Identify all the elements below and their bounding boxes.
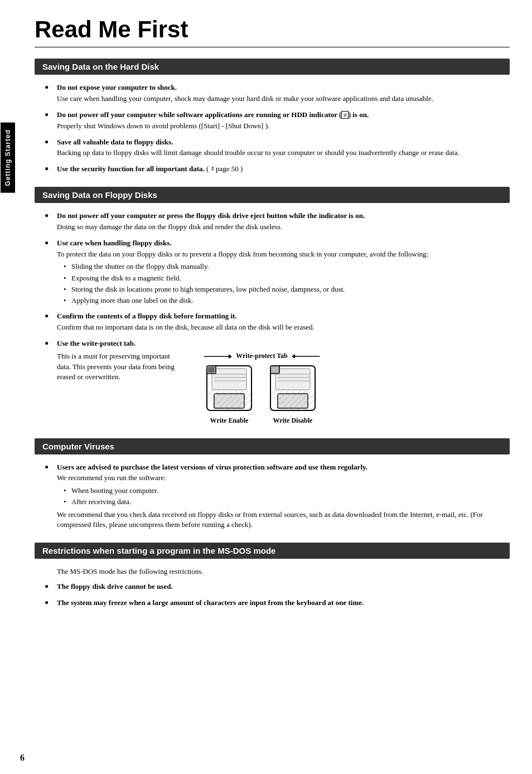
item-bold: The floppy disk drive cannot be used. <box>57 582 173 591</box>
item-bold: Do not power off your computer or press … <box>57 211 365 220</box>
item-detail: Confirm that no important data is on the… <box>57 322 510 333</box>
item-detail: Backing up data to floppy disks will lim… <box>57 148 510 158</box>
sub-list-item: After receiving data. <box>64 497 510 507</box>
floppy-list: Do not power off your computer or press … <box>35 211 510 425</box>
side-tab-label: Getting Started <box>1 123 15 193</box>
section-hard-disk-header: Saving Data on the Hard Disk <box>35 59 510 75</box>
list-item: Do not power off your computer or press … <box>57 211 510 233</box>
ms-dos-intro: The MS-DOS mode has the following restri… <box>35 567 510 577</box>
sub-list-item: Exposing the disk to a magnetic field. <box>64 273 510 283</box>
svg-rect-24 <box>275 369 310 390</box>
write-disable-disk: Write Disable <box>268 363 318 425</box>
list-item: The system may freeze when a large amoun… <box>57 598 510 608</box>
side-tab: Getting Started <box>0 123 16 193</box>
section-floppy-header: Saving Data on Floppy Disks <box>35 187 510 203</box>
svg-rect-26 <box>272 367 278 373</box>
sub-bullet-list: When booting your computer. After receiv… <box>57 486 510 507</box>
section-ms-dos: Restrictions when starting a program in … <box>35 543 510 608</box>
list-item: Users are advised to purchase the latest… <box>57 462 510 531</box>
item-bold: Save all valuable data to floppy disks. <box>57 138 173 146</box>
title-divider <box>35 47 510 47</box>
item-bold: The system may freeze when a large amoun… <box>57 598 364 607</box>
page-container: Getting Started Read Me First Saving Dat… <box>0 0 532 774</box>
section-ms-dos-header: Restrictions when starting a program in … <box>35 543 510 559</box>
page-title: Read Me First <box>35 17 510 42</box>
svg-rect-5 <box>214 394 244 408</box>
write-protect-text: This is a must for preserving important … <box>57 351 185 383</box>
list-item: Save all valuable data to floppy disks. … <box>57 137 510 159</box>
ms-dos-list: The floppy disk drive cannot be used. Th… <box>35 582 510 608</box>
page-number: 6 <box>20 753 25 763</box>
write-protect-tab-label: Write-protect Tab <box>194 351 328 361</box>
section-floppy-disks: Saving Data on Floppy Disks Do not power… <box>35 187 510 425</box>
main-content: Read Me First Saving Data on the Hard Di… <box>18 0 532 774</box>
list-item: Confirm the contents of a floppy disk be… <box>57 311 510 333</box>
item-bold: Use care when handling floppy disks. <box>57 239 172 247</box>
item-detail: ( ♯ page 50 ) <box>206 165 243 173</box>
svg-marker-3 <box>292 354 295 359</box>
write-protect-tab-text: Write-protect Tab <box>236 352 288 360</box>
viruses-list: Users are advised to purchase the latest… <box>35 462 510 531</box>
item-bold: Do not expose your computer to shock. <box>57 83 177 91</box>
list-item: Do not expose your computer to shock. Us… <box>57 83 510 104</box>
floppy-disk-svg-disable <box>268 363 318 413</box>
svg-rect-8 <box>208 367 215 373</box>
item-bold: Confirm the contents of a floppy disk be… <box>57 312 237 320</box>
item-bold: Use the write-protect tab. <box>57 339 136 347</box>
item-extra-detail: We recommend that you check data receive… <box>57 510 510 531</box>
sub-list-item: Sliding the shutter on the floppy disk m… <box>64 262 510 272</box>
item-bold: Do not power off your computer while sof… <box>57 110 369 119</box>
item-detail: Use care when handling your computer, sh… <box>57 94 510 104</box>
write-disable-label: Write Disable <box>273 416 313 425</box>
sub-list-item: When booting your computer. <box>64 486 510 496</box>
item-detail: We recommend you run the software: <box>57 473 510 483</box>
list-item: The floppy disk drive cannot be used. <box>57 582 510 592</box>
write-enable-disk: Write Enable <box>204 363 254 425</box>
item-detail: Doing so may damage the data on the flop… <box>57 222 510 233</box>
list-item: Use the security function for all import… <box>57 164 510 175</box>
section-hard-disk: Saving Data on the Hard Disk Do not expo… <box>35 59 510 175</box>
section-computer-viruses: Computer Viruses Users are advised to pu… <box>35 438 510 531</box>
item-detail: To protect the data on your floppy disks… <box>57 249 510 260</box>
list-item: Do not power off your computer while sof… <box>57 110 510 132</box>
list-item: Use care when handling floppy disks. To … <box>57 238 510 306</box>
sub-bullet-list: Sliding the shutter on the floppy disk m… <box>57 262 510 306</box>
list-item: Use the write-protect tab. This is a mus… <box>57 338 510 426</box>
sub-list-item: Applying more than one label on the disk… <box>64 296 510 306</box>
floppy-disks-row: Write Enable <box>204 363 318 425</box>
write-enable-label: Write Enable <box>210 416 249 425</box>
item-bold: Use the security function for all import… <box>57 165 205 173</box>
item-detail: Properly shut Windows down to avoid prob… <box>57 121 510 132</box>
floppy-disk-svg-enable <box>204 363 254 413</box>
section-viruses-header: Computer Viruses <box>35 438 510 454</box>
svg-rect-6 <box>212 369 246 390</box>
hard-disk-list: Do not expose your computer to shock. Us… <box>35 83 510 175</box>
svg-marker-1 <box>229 354 232 359</box>
sub-list-item: Storing the disk in locations prone to h… <box>64 284 510 294</box>
item-bold: Users are advised to purchase the latest… <box>57 463 367 471</box>
svg-rect-23 <box>278 394 308 408</box>
